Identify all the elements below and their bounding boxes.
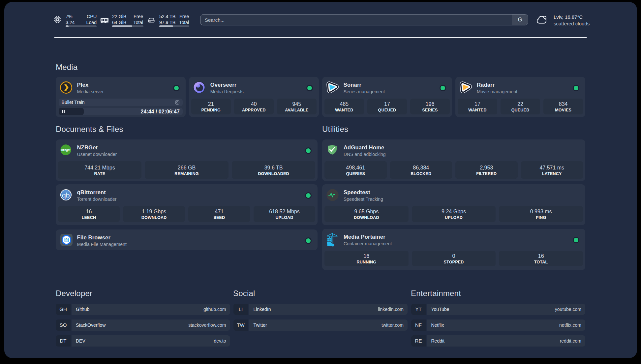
svg-text:nzbget: nzbget bbox=[61, 148, 70, 152]
svg-text:qb: qb bbox=[62, 191, 70, 198]
